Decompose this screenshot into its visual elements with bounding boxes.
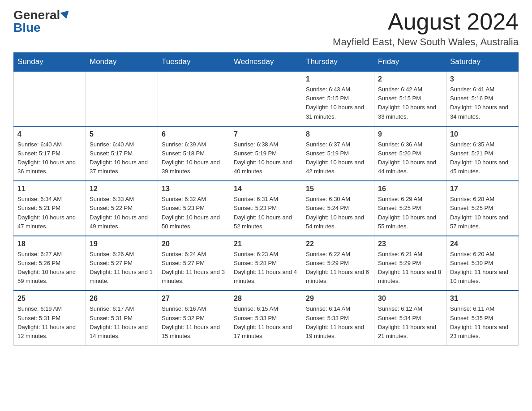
calendar-cell: 22Sunrise: 6:22 AMSunset: 5:29 PMDayligh… xyxy=(302,236,374,291)
day-number: 25 xyxy=(17,295,82,303)
calendar-week-2: 4Sunrise: 6:40 AMSunset: 5:17 PMDaylight… xyxy=(14,126,519,181)
day-info: Sunrise: 6:16 AMSunset: 5:32 PMDaylight:… xyxy=(162,304,226,341)
day-info: Sunrise: 6:38 AMSunset: 5:19 PMDaylight:… xyxy=(234,140,298,176)
calendar-cell: 8Sunrise: 6:37 AMSunset: 5:19 PMDaylight… xyxy=(302,126,374,181)
day-info: Sunrise: 6:14 AMSunset: 5:33 PMDaylight:… xyxy=(306,304,370,341)
header: General Blue August 2024 Mayfield East, … xyxy=(13,9,519,48)
day-number: 3 xyxy=(450,75,515,83)
day-info: Sunrise: 6:27 AMSunset: 5:26 PMDaylight:… xyxy=(17,250,82,286)
day-info: Sunrise: 6:17 AMSunset: 5:31 PMDaylight:… xyxy=(90,304,154,341)
calendar-cell xyxy=(158,71,230,126)
day-info: Sunrise: 6:15 AMSunset: 5:33 PMDaylight:… xyxy=(234,304,298,341)
calendar-cell: 3Sunrise: 6:41 AMSunset: 5:16 PMDaylight… xyxy=(446,71,519,126)
day-number: 23 xyxy=(378,240,442,248)
calendar-cell: 6Sunrise: 6:39 AMSunset: 5:18 PMDaylight… xyxy=(158,126,230,181)
calendar-cell: 10Sunrise: 6:35 AMSunset: 5:21 PMDayligh… xyxy=(446,126,519,181)
day-number: 26 xyxy=(90,295,154,303)
day-number: 5 xyxy=(90,130,154,138)
logo-general-text: General xyxy=(13,9,60,21)
calendar-cell: 30Sunrise: 6:12 AMSunset: 5:34 PMDayligh… xyxy=(374,291,446,345)
calendar-cell: 4Sunrise: 6:40 AMSunset: 5:17 PMDaylight… xyxy=(14,126,86,181)
day-info: Sunrise: 6:41 AMSunset: 5:16 PMDaylight:… xyxy=(450,85,515,121)
day-number: 12 xyxy=(90,185,154,193)
day-info: Sunrise: 6:11 AMSunset: 5:35 PMDaylight:… xyxy=(450,304,515,341)
calendar-cell: 15Sunrise: 6:30 AMSunset: 5:24 PMDayligh… xyxy=(302,181,374,236)
title-area: August 2024 Mayfield East, New South Wal… xyxy=(333,9,519,48)
calendar-cell: 27Sunrise: 6:16 AMSunset: 5:32 PMDayligh… xyxy=(158,291,230,345)
calendar-cell: 5Sunrise: 6:40 AMSunset: 5:17 PMDaylight… xyxy=(86,126,158,181)
day-number: 2 xyxy=(378,75,442,83)
calendar-cell: 28Sunrise: 6:15 AMSunset: 5:33 PMDayligh… xyxy=(230,291,302,345)
calendar-cell: 13Sunrise: 6:32 AMSunset: 5:23 PMDayligh… xyxy=(158,181,230,236)
day-number: 24 xyxy=(450,240,515,248)
calendar-cell: 24Sunrise: 6:20 AMSunset: 5:30 PMDayligh… xyxy=(446,236,519,291)
calendar-cell: 17Sunrise: 6:28 AMSunset: 5:25 PMDayligh… xyxy=(446,181,519,236)
day-info: Sunrise: 6:29 AMSunset: 5:25 PMDaylight:… xyxy=(378,195,442,231)
calendar-cell: 2Sunrise: 6:42 AMSunset: 5:15 PMDaylight… xyxy=(374,71,446,126)
day-number: 27 xyxy=(162,295,226,303)
day-info: Sunrise: 6:22 AMSunset: 5:29 PMDaylight:… xyxy=(306,250,370,286)
month-title: August 2024 xyxy=(333,9,519,34)
day-number: 9 xyxy=(378,130,442,138)
calendar-cell: 31Sunrise: 6:11 AMSunset: 5:35 PMDayligh… xyxy=(446,291,519,345)
day-info: Sunrise: 6:30 AMSunset: 5:24 PMDaylight:… xyxy=(306,195,370,231)
day-info: Sunrise: 6:43 AMSunset: 5:15 PMDaylight:… xyxy=(306,85,370,121)
calendar-cell xyxy=(86,71,158,126)
logo: General Blue xyxy=(13,9,70,34)
day-number: 15 xyxy=(306,185,370,193)
calendar-cell: 21Sunrise: 6:23 AMSunset: 5:28 PMDayligh… xyxy=(230,236,302,291)
day-number: 7 xyxy=(234,130,298,138)
day-info: Sunrise: 6:19 AMSunset: 5:31 PMDaylight:… xyxy=(17,304,82,341)
day-number: 21 xyxy=(234,240,298,248)
calendar-cell: 12Sunrise: 6:33 AMSunset: 5:22 PMDayligh… xyxy=(86,181,158,236)
calendar-cell xyxy=(230,71,302,126)
calendar-week-1: 1Sunrise: 6:43 AMSunset: 5:15 PMDaylight… xyxy=(14,71,519,126)
day-number: 4 xyxy=(17,130,82,138)
calendar-header-row: SundayMondayTuesdayWednesdayThursdayFrid… xyxy=(14,53,519,72)
day-info: Sunrise: 6:36 AMSunset: 5:20 PMDaylight:… xyxy=(378,140,442,176)
day-info: Sunrise: 6:31 AMSunset: 5:23 PMDaylight:… xyxy=(234,195,298,231)
calendar-cell: 25Sunrise: 6:19 AMSunset: 5:31 PMDayligh… xyxy=(14,291,86,345)
day-info: Sunrise: 6:35 AMSunset: 5:21 PMDaylight:… xyxy=(450,140,515,176)
calendar-cell xyxy=(14,71,86,126)
calendar-header-thursday: Thursday xyxy=(302,53,374,72)
calendar-week-4: 18Sunrise: 6:27 AMSunset: 5:26 PMDayligh… xyxy=(14,236,519,291)
day-number: 8 xyxy=(306,130,370,138)
day-info: Sunrise: 6:40 AMSunset: 5:17 PMDaylight:… xyxy=(90,140,154,176)
day-info: Sunrise: 6:33 AMSunset: 5:22 PMDaylight:… xyxy=(90,195,154,231)
calendar-cell: 19Sunrise: 6:26 AMSunset: 5:27 PMDayligh… xyxy=(86,236,158,291)
calendar-header-wednesday: Wednesday xyxy=(230,53,302,72)
calendar-cell: 11Sunrise: 6:34 AMSunset: 5:21 PMDayligh… xyxy=(14,181,86,236)
day-number: 16 xyxy=(378,185,442,193)
calendar-cell: 26Sunrise: 6:17 AMSunset: 5:31 PMDayligh… xyxy=(86,291,158,345)
calendar-header-saturday: Saturday xyxy=(446,53,519,72)
calendar-cell: 18Sunrise: 6:27 AMSunset: 5:26 PMDayligh… xyxy=(14,236,86,291)
calendar-cell: 14Sunrise: 6:31 AMSunset: 5:23 PMDayligh… xyxy=(230,181,302,236)
day-number: 31 xyxy=(450,295,515,303)
day-number: 1 xyxy=(306,75,370,83)
day-info: Sunrise: 6:20 AMSunset: 5:30 PMDaylight:… xyxy=(450,250,515,286)
calendar-cell: 1Sunrise: 6:43 AMSunset: 5:15 PMDaylight… xyxy=(302,71,374,126)
calendar-header-sunday: Sunday xyxy=(14,53,86,72)
day-number: 18 xyxy=(17,240,82,248)
day-info: Sunrise: 6:32 AMSunset: 5:23 PMDaylight:… xyxy=(162,195,226,231)
day-info: Sunrise: 6:21 AMSunset: 5:29 PMDaylight:… xyxy=(378,250,442,286)
calendar-cell: 29Sunrise: 6:14 AMSunset: 5:33 PMDayligh… xyxy=(302,291,374,345)
day-number: 13 xyxy=(162,185,226,193)
day-info: Sunrise: 6:37 AMSunset: 5:19 PMDaylight:… xyxy=(306,140,370,176)
day-info: Sunrise: 6:34 AMSunset: 5:21 PMDaylight:… xyxy=(17,195,82,231)
day-number: 11 xyxy=(17,185,82,193)
calendar-week-3: 11Sunrise: 6:34 AMSunset: 5:21 PMDayligh… xyxy=(14,181,519,236)
calendar-cell: 9Sunrise: 6:36 AMSunset: 5:20 PMDaylight… xyxy=(374,126,446,181)
calendar-table: SundayMondayTuesdayWednesdayThursdayFrid… xyxy=(13,52,519,346)
day-number: 10 xyxy=(450,130,515,138)
day-number: 14 xyxy=(234,185,298,193)
day-info: Sunrise: 6:39 AMSunset: 5:18 PMDaylight:… xyxy=(162,140,226,176)
day-number: 22 xyxy=(306,240,370,248)
day-info: Sunrise: 6:23 AMSunset: 5:28 PMDaylight:… xyxy=(234,250,298,286)
day-number: 30 xyxy=(378,295,442,303)
calendar-cell: 23Sunrise: 6:21 AMSunset: 5:29 PMDayligh… xyxy=(374,236,446,291)
day-number: 29 xyxy=(306,295,370,303)
day-info: Sunrise: 6:12 AMSunset: 5:34 PMDaylight:… xyxy=(378,304,442,341)
day-number: 20 xyxy=(162,240,226,248)
